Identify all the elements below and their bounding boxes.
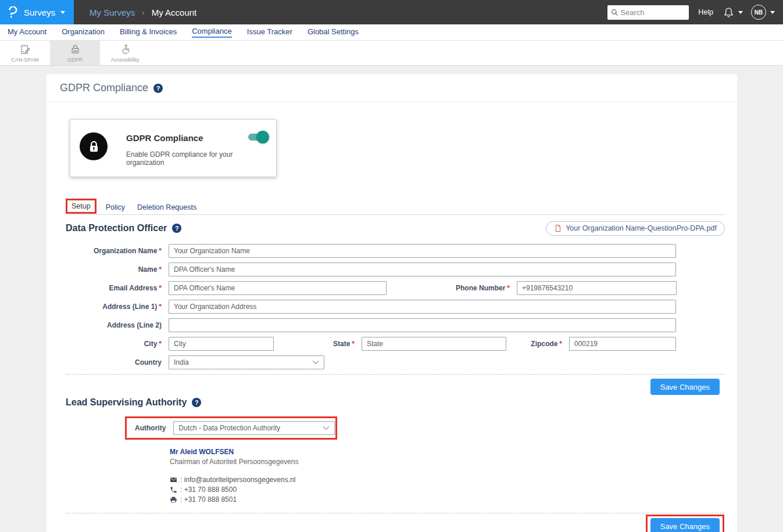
- nav-my-account[interactable]: My Account: [8, 27, 47, 37]
- nav-issue-tracker[interactable]: Issue Tracker: [247, 27, 292, 37]
- help-icon[interactable]: ?: [153, 84, 163, 93]
- dpo-heading-text: Data Protection Officer: [66, 223, 167, 233]
- lsa-heading-text: Lead Supervising Authority: [66, 397, 187, 408]
- form-row: Name*: [66, 263, 725, 276]
- dpo-heading: Data Protection Officer ?: [66, 223, 181, 233]
- organization-name-input[interactable]: [169, 244, 676, 258]
- subtab-label: Accessibility: [110, 57, 139, 63]
- authority-email-line: : info@autoriteitpersoonsgegevens.nl: [170, 476, 725, 484]
- form-row: Address (Line 2): [66, 318, 725, 332]
- chevron-down-icon[interactable]: [770, 11, 775, 14]
- search-icon: [611, 9, 618, 16]
- form-row: Address (Line 1)*: [66, 300, 725, 314]
- field-label-name: Name*: [66, 265, 162, 274]
- chevron-down-icon: [312, 360, 319, 365]
- card-subtitle: Enable GDPR compliance for your organiza…: [126, 150, 267, 167]
- tab-deletion-requests[interactable]: Deletion Requests: [133, 200, 201, 214]
- section-divider: [66, 513, 725, 513]
- save-changes-button-lsa[interactable]: Save Changes: [650, 518, 720, 532]
- search-box: [607, 5, 689, 20]
- city-input[interactable]: [169, 337, 274, 351]
- field-label-organization-name: Organization Name*: [66, 247, 162, 255]
- surveys-app-menu[interactable]: Surveys: [0, 0, 74, 24]
- lock-icon: [80, 132, 108, 160]
- gdpr-compliance-panel: GDPR Compliance ? GDPR Compliance Enable…: [47, 74, 737, 532]
- notifications-bell-icon[interactable]: [723, 6, 735, 19]
- field-label-state: State*: [274, 340, 355, 348]
- phone-icon: [170, 486, 177, 494]
- field-label-zipcode: Zipcode*: [506, 340, 562, 348]
- zipcode-input[interactable]: [569, 337, 676, 351]
- annotation-box-save: Save Changes: [646, 515, 724, 532]
- nav-organization[interactable]: Organization: [62, 27, 105, 37]
- topbar: Surveys My Surveys › My Account Help NB: [0, 0, 783, 24]
- tab-policy[interactable]: Policy: [101, 200, 130, 214]
- tab-setup[interactable]: Setup: [66, 199, 96, 214]
- help-link[interactable]: Help: [698, 8, 713, 16]
- field-label-city: City*: [66, 340, 162, 348]
- form-row: Email Address* Phone Number*: [66, 281, 725, 295]
- authority-contact-card: Mr Aleid WOLFSEN Chairman of Autoriteit …: [170, 448, 725, 504]
- toggle-knob: [256, 131, 269, 143]
- gdpr-tabs: Setup Policy Deletion Requests: [66, 198, 725, 215]
- form-row: City* State* Zipcode*: [66, 337, 725, 351]
- subtab-gdpr[interactable]: GDPR: [50, 41, 100, 65]
- authority-contact-title: Chairman of Autoriteit Persoonsgegevens: [170, 458, 725, 466]
- address-line1-input[interactable]: [169, 300, 676, 314]
- email-address-input[interactable]: [169, 281, 387, 295]
- phone-number-input[interactable]: [517, 281, 677, 295]
- nav-billing-invoices[interactable]: Billing & Invoices: [120, 27, 177, 37]
- gdpr-lock-icon: [69, 44, 81, 55]
- breadcrumb-my-account: My Account: [152, 8, 197, 17]
- help-icon[interactable]: ?: [192, 398, 201, 407]
- dpa-officer-name-input[interactable]: [169, 263, 676, 276]
- save-changes-button-dpo[interactable]: Save Changes: [650, 379, 720, 395]
- address-line2-input[interactable]: [169, 318, 676, 332]
- state-input[interactable]: [362, 337, 506, 351]
- form-row: Country India: [66, 355, 725, 369]
- authority-select[interactable]: Dutch - Data Protection Authority: [173, 421, 335, 435]
- breadcrumb: My Surveys › My Account: [90, 8, 196, 17]
- pdf-button-label: Your Organization Name-QuestionPro-DPA.p…: [566, 224, 717, 232]
- authority-select-value: Dutch - Data Protection Authority: [178, 424, 323, 432]
- fax-icon: [170, 496, 177, 504]
- chevron-down-icon[interactable]: [738, 11, 743, 14]
- envelope-icon: [170, 476, 177, 484]
- authority-phone: : +31 70 888 8500: [180, 486, 237, 494]
- nav-global-settings[interactable]: Global Settings: [308, 27, 359, 37]
- dpa-pdf-download-button[interactable]: Your Organization Name-QuestionPro-DPA.p…: [546, 221, 725, 236]
- dpo-form: Organization Name* Name* Email Address* …: [66, 244, 725, 369]
- topbar-actions: Help NB: [607, 5, 783, 20]
- account-nav: My Account Organization Billing & Invoic…: [0, 24, 783, 41]
- authority-fax: : +31 70 888 8501: [180, 495, 237, 504]
- accessibility-wheelchair-icon: [119, 44, 131, 55]
- field-label-email: Email Address*: [66, 284, 162, 292]
- gdpr-toggle[interactable]: [248, 134, 266, 141]
- card-texts: GDPR Compliance Enable GDPR compliance f…: [126, 132, 267, 177]
- avatar[interactable]: NB: [751, 5, 766, 20]
- country-select[interactable]: India: [169, 355, 324, 369]
- chevron-down-icon: [323, 426, 330, 430]
- field-label-authority: Authority: [135, 424, 166, 432]
- subtab-can-spam[interactable]: CAN-SPAM: [0, 41, 50, 65]
- help-icon[interactable]: ?: [172, 224, 181, 233]
- panel-header: GDPR Compliance ?: [47, 74, 737, 102]
- subtab-label: GDPR: [67, 57, 83, 63]
- annotation-box-authority: Authority Dutch - Data Protection Author…: [125, 416, 337, 440]
- subtab-accessibility[interactable]: Accessibility: [100, 41, 150, 65]
- can-spam-document-pencil-icon: [19, 44, 31, 55]
- field-label-address2: Address (Line 2): [66, 321, 162, 329]
- breadcrumb-separator: ›: [142, 8, 144, 17]
- lsa-heading: Lead Supervising Authority ?: [66, 397, 725, 408]
- section-divider: [66, 374, 725, 375]
- breadcrumb-my-surveys[interactable]: My Surveys: [90, 8, 135, 17]
- gdpr-compliance-card: GDPR Compliance Enable GDPR compliance f…: [70, 119, 277, 177]
- field-label-country: Country: [66, 358, 162, 366]
- search-input[interactable]: [607, 5, 689, 20]
- authority-email: : info@autoriteitpersoonsgegevens.nl: [180, 476, 295, 484]
- compliance-subtabs: CAN-SPAM GDPR Accessibility: [0, 41, 783, 66]
- nav-compliance[interactable]: Compliance: [192, 27, 232, 38]
- questionpro-logo-icon: [8, 6, 17, 19]
- chevron-down-icon: [60, 11, 65, 14]
- subtab-label: CAN-SPAM: [12, 57, 39, 63]
